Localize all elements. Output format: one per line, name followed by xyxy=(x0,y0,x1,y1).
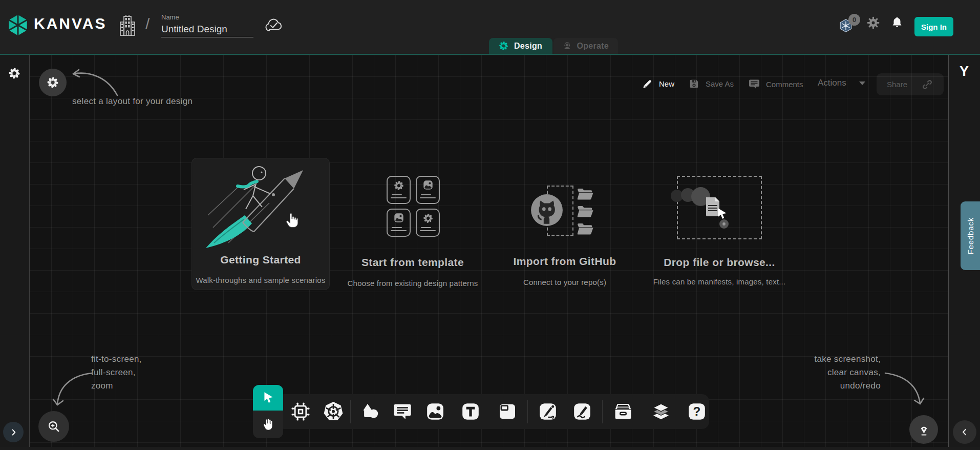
circuit-component-icon xyxy=(290,401,311,422)
layers-tool[interactable] xyxy=(650,401,672,422)
image-icon xyxy=(422,179,434,191)
pen-nib-icon xyxy=(917,423,931,437)
comment-bubble-icon xyxy=(392,401,413,422)
select-tool[interactable] xyxy=(253,385,283,411)
organization-icon[interactable] xyxy=(119,14,136,37)
layers-icon xyxy=(651,401,671,422)
pen-icon xyxy=(538,401,558,422)
breadcrumb-separator: / xyxy=(145,15,150,33)
magnifier-plus-icon xyxy=(47,419,61,434)
app-header: KANVAS / Name Design Operate 0 Sign In xyxy=(0,0,980,54)
pointer-tool-group xyxy=(253,385,283,438)
hint-line: zoom xyxy=(91,379,142,393)
actions-label: Actions xyxy=(818,78,846,88)
view-controls-hint: fit-to-screen, full-screen, zoom xyxy=(91,353,142,393)
actions-hint-arrow xyxy=(882,360,928,407)
floppy-save-icon xyxy=(688,78,700,90)
image-tool[interactable] xyxy=(424,401,446,422)
meshery-pinwheel-icon[interactable] xyxy=(8,67,21,80)
toolbar-divider xyxy=(527,400,528,423)
chevron-down-icon xyxy=(859,81,865,85)
bottom-strip xyxy=(0,447,980,450)
share-button[interactable]: Share xyxy=(877,73,944,95)
hint-line: fit-to-screen, xyxy=(91,353,142,366)
help-button[interactable] xyxy=(686,401,708,422)
card-subtitle: Files can be manifests, images, text... xyxy=(649,277,790,286)
cursor-arrow-icon xyxy=(715,207,729,220)
drawer-archive-icon xyxy=(612,401,634,422)
card-title: Drop file or browse... xyxy=(655,256,783,269)
freehand-draw-tool[interactable] xyxy=(571,401,593,422)
shapes-tool[interactable] xyxy=(359,401,381,422)
folder-icon xyxy=(577,222,594,235)
tab-operate-label: Operate xyxy=(577,42,609,51)
card-subtitle: Walk-throughs and sample scenarios xyxy=(188,276,333,284)
plus-icon xyxy=(721,221,727,227)
component-tool[interactable] xyxy=(290,401,311,422)
canvas-actions-button[interactable] xyxy=(909,415,938,444)
hint-line: undo/redo xyxy=(789,379,881,393)
pinwheel-icon xyxy=(393,180,404,191)
image-icon xyxy=(425,401,445,422)
template-tile xyxy=(416,209,440,237)
actions-dropdown[interactable]: Actions xyxy=(818,78,865,88)
hand-icon xyxy=(261,418,275,432)
sign-in-button[interactable]: Sign In xyxy=(914,17,953,36)
template-tile xyxy=(387,176,411,204)
cloud-save-status-icon xyxy=(264,17,284,33)
left-rail xyxy=(0,55,30,447)
tab-design[interactable]: Design xyxy=(489,38,552,54)
cursor-arrow-icon xyxy=(262,391,275,404)
pinwheel-icon xyxy=(422,213,434,224)
toolbar-divider xyxy=(350,400,351,423)
layout-hint-text: select a layout for your design xyxy=(72,95,193,108)
image-icon xyxy=(393,212,404,223)
save-as-label: Save As xyxy=(706,79,734,88)
card-subtitle: Connect to your repo(s) xyxy=(501,278,629,287)
context-count-badge: 0 xyxy=(848,14,860,26)
design-name-label: Name xyxy=(161,13,179,21)
chevron-left-icon xyxy=(960,427,969,437)
notifications-bell-icon[interactable] xyxy=(890,15,904,30)
text-tool[interactable] xyxy=(460,401,481,422)
save-as-button[interactable]: Save As xyxy=(688,78,734,90)
expand-left-panel-button[interactable] xyxy=(3,422,24,442)
saved-components-drawer[interactable] xyxy=(612,401,634,422)
collaborator-initial[interactable]: Y xyxy=(955,64,973,79)
card-subtitle: Choose from existing design patterns xyxy=(338,279,487,288)
kubernetes-helm-icon xyxy=(323,401,344,422)
github-octocat-icon xyxy=(530,193,564,227)
share-label: Share xyxy=(887,80,907,89)
folder-icon xyxy=(577,187,594,200)
view-hint-arrow xyxy=(47,360,96,409)
template-tile xyxy=(387,209,411,237)
collapse-right-panel-button[interactable] xyxy=(953,420,976,444)
pencil-icon xyxy=(642,78,653,90)
layout-hint-arrow xyxy=(68,66,120,98)
operate-headset-icon xyxy=(563,40,571,52)
layout-select-button[interactable] xyxy=(39,69,67,96)
shapes-icon xyxy=(360,402,380,421)
kubernetes-tool[interactable] xyxy=(323,401,344,422)
section-note-tool[interactable] xyxy=(497,401,518,422)
comments-label: Comments xyxy=(766,80,803,89)
tab-operate[interactable]: Operate xyxy=(553,38,618,54)
comments-button[interactable]: Comments xyxy=(748,78,803,90)
template-tile xyxy=(416,176,440,204)
design-pinwheel-icon xyxy=(498,40,509,51)
pen-tool[interactable] xyxy=(537,401,559,422)
pan-tool[interactable] xyxy=(253,411,283,438)
design-name-input[interactable] xyxy=(161,23,253,37)
hint-line: take screenshot, xyxy=(789,353,881,366)
card-title: Import from GitHub xyxy=(501,255,629,268)
chevron-right-icon xyxy=(9,428,18,437)
card-title: Start from template xyxy=(344,256,482,269)
brand-title: KANVAS xyxy=(34,15,106,32)
add-file-badge xyxy=(719,219,729,229)
tab-design-label: Design xyxy=(514,42,542,51)
new-design-button[interactable]: New xyxy=(642,78,674,90)
comment-tool[interactable] xyxy=(392,401,413,422)
feedback-tab[interactable]: Feedback xyxy=(961,201,980,270)
zoom-controls-button[interactable] xyxy=(38,411,69,442)
settings-gear-icon[interactable] xyxy=(866,16,880,30)
